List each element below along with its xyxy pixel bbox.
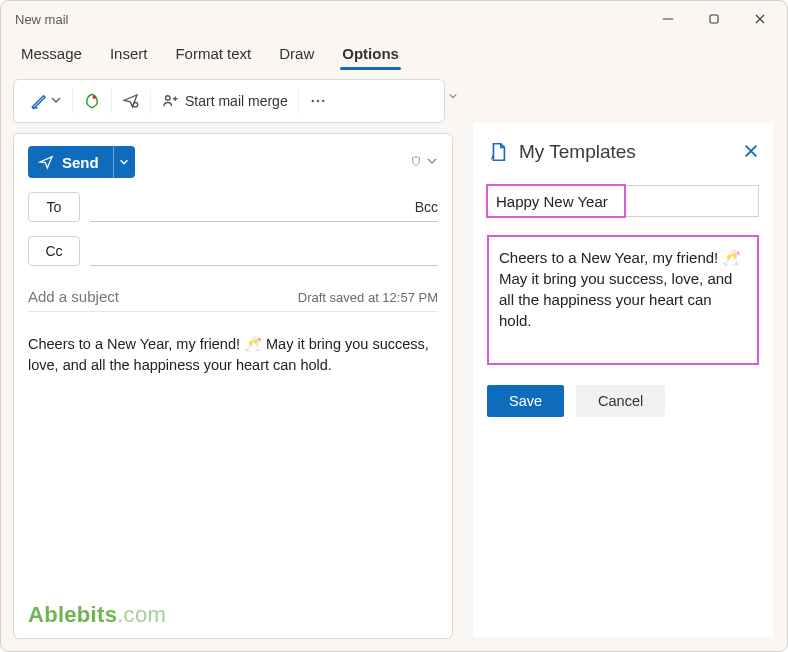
send-split-button[interactable]	[113, 146, 135, 178]
ellipsis-icon	[309, 92, 327, 110]
pane-close-button[interactable]	[743, 143, 759, 162]
template-icon	[487, 141, 509, 163]
titlebar: New mail	[1, 1, 787, 37]
cancel-button[interactable]: Cancel	[576, 385, 665, 417]
pen-icon	[30, 92, 48, 110]
template-name-value: Happy New Year	[496, 193, 608, 210]
window-close-button[interactable]	[737, 3, 783, 35]
window-maximize-button[interactable]	[691, 3, 737, 35]
watermark: Ablebits.com	[28, 602, 438, 628]
window-title: New mail	[15, 12, 68, 27]
tab-message[interactable]: Message	[19, 45, 84, 70]
to-field[interactable]: Bcc	[90, 192, 438, 222]
save-button[interactable]: Save	[487, 385, 564, 417]
svg-rect-0	[710, 15, 718, 23]
message-body[interactable]: Cheers to a New Year, my friend! 🥂 May i…	[28, 334, 438, 376]
send-button-group: Send	[28, 146, 135, 178]
subject-input[interactable]: Add a subject	[28, 288, 119, 305]
watermark-brand: Ablebits	[28, 602, 117, 627]
options-toolbar: Start mail merge	[13, 79, 445, 123]
mail-merge-label: Start mail merge	[185, 93, 288, 109]
tab-draw[interactable]: Draw	[277, 45, 316, 70]
cc-field[interactable]	[90, 236, 438, 266]
ribbon-tabs: Message Insert Format text Draw Options	[1, 37, 787, 71]
window-minimize-button[interactable]	[645, 3, 691, 35]
template-body-value: Cheers to a New Year, my friend! 🥂 May i…	[499, 249, 741, 329]
expand-ribbon-caret[interactable]	[448, 91, 458, 103]
tab-format-text[interactable]: Format text	[173, 45, 253, 70]
send-label: Send	[62, 154, 99, 171]
mail-merge-tool[interactable]: Start mail merge	[151, 83, 298, 119]
shield-icon	[410, 154, 422, 170]
paper-plane-gear-icon	[122, 92, 140, 110]
encrypt-tool[interactable]	[73, 83, 111, 119]
template-name-input[interactable]: Happy New Year	[487, 185, 759, 217]
to-button[interactable]: To	[28, 192, 80, 222]
compose-panel: Send To	[13, 133, 453, 639]
bcc-toggle[interactable]: Bcc	[415, 199, 438, 215]
window: New mail Message Insert Format text Draw…	[0, 0, 788, 652]
chevron-down-icon	[426, 154, 438, 170]
svg-point-3	[166, 96, 171, 101]
tab-options[interactable]: Options	[340, 45, 401, 70]
send-button[interactable]: Send	[28, 146, 113, 178]
send-options-tool[interactable]	[112, 83, 150, 119]
more-tools[interactable]	[299, 83, 337, 119]
chevron-down-icon	[50, 93, 62, 109]
watermark-domain: .com	[117, 602, 166, 627]
pane-title: My Templates	[519, 141, 636, 163]
draft-status: Draft saved at 12:57 PM	[298, 290, 438, 305]
svg-point-5	[317, 100, 319, 102]
svg-point-6	[322, 100, 324, 102]
message-protection[interactable]	[410, 154, 438, 170]
signature-tool[interactable]	[20, 83, 72, 119]
tab-insert[interactable]: Insert	[108, 45, 150, 70]
cc-button[interactable]: Cc	[28, 236, 80, 266]
leaf-shield-icon	[83, 92, 101, 110]
svg-point-4	[311, 100, 313, 102]
svg-point-1	[93, 96, 96, 99]
my-templates-pane: My Templates Happy New Year Cheers to a …	[473, 123, 773, 637]
send-icon	[38, 154, 54, 170]
mail-merge-icon	[161, 92, 179, 110]
template-body-input[interactable]: Cheers to a New Year, my friend! 🥂 May i…	[487, 235, 759, 365]
